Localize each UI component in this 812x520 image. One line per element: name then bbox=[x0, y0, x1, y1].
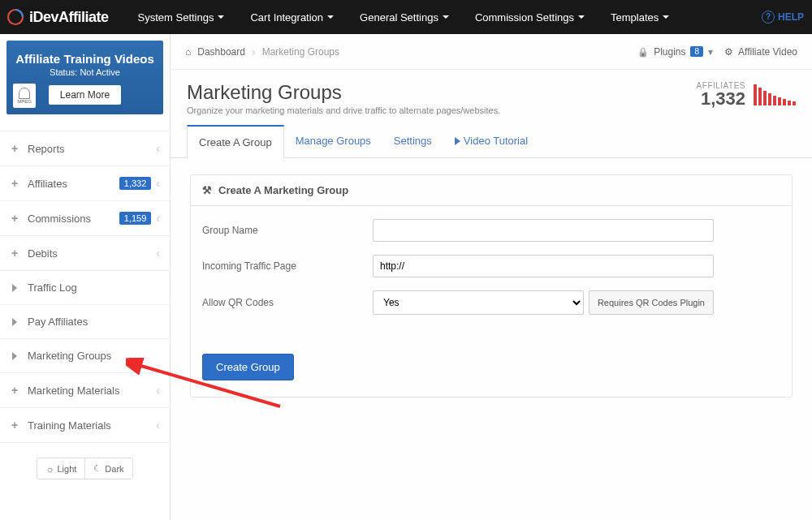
page-header: Marketing Groups Organize your marketing… bbox=[171, 70, 812, 125]
affiliates-count: 1,332 bbox=[701, 88, 745, 109]
traffic-page-label: Incoming Traffic Page bbox=[202, 260, 373, 272]
sidebar-item-affiliates[interactable]: Affiliates1,332‹ bbox=[0, 166, 170, 200]
traffic-page-input[interactable] bbox=[373, 255, 714, 277]
top-menu-general-settings[interactable]: General Settings bbox=[347, 0, 462, 34]
sitemap-icon: ⚒ bbox=[202, 184, 212, 196]
chevron-left-icon: ‹ bbox=[156, 384, 160, 397]
plus-icon bbox=[10, 385, 19, 395]
sidebar-item-reports[interactable]: Reports‹ bbox=[0, 131, 170, 165]
sidebar: MPEG Affiliate Training Videos Status: N… bbox=[0, 34, 171, 520]
plus-icon bbox=[10, 144, 19, 153]
chevron-left-icon: ‹ bbox=[156, 142, 160, 155]
create-group-button[interactable]: Create Group bbox=[202, 354, 294, 380]
plus-icon bbox=[10, 248, 19, 258]
promo-card: MPEG Affiliate Training Videos Status: N… bbox=[6, 41, 163, 114]
group-name-label: Group Name bbox=[202, 225, 373, 236]
breadcrumb-current: Marketing Groups bbox=[262, 46, 339, 58]
chevron-left-icon: ‹ bbox=[156, 177, 160, 190]
plus-icon bbox=[10, 178, 19, 188]
plugins-link[interactable]: Plugins 8 ▾ bbox=[637, 46, 713, 58]
chevron-left-icon: ‹ bbox=[156, 247, 160, 260]
moon-icon: ☾ bbox=[93, 463, 102, 474]
top-menu-commission-settings[interactable]: Commission Settings bbox=[462, 0, 598, 34]
tab-create-group[interactable]: Create A Group bbox=[187, 125, 284, 158]
play-icon bbox=[455, 135, 464, 147]
learn-more-button[interactable]: Learn More bbox=[49, 85, 121, 105]
group-name-input[interactable] bbox=[373, 219, 714, 242]
arrow-right-icon bbox=[10, 283, 19, 293]
chevron-left-icon: ‹ bbox=[156, 212, 160, 225]
caret-down-icon bbox=[663, 15, 669, 19]
top-menu-templates[interactable]: Templates bbox=[598, 0, 682, 34]
arrow-right-icon bbox=[10, 351, 19, 361]
sparkline-chart bbox=[754, 84, 796, 105]
mpeg-icon: MPEG bbox=[13, 84, 36, 108]
plugins-count-badge: 8 bbox=[690, 46, 703, 57]
top-menu-system-settings[interactable]: System Settings bbox=[125, 0, 238, 34]
tabs: Create A Group Manage Groups Settings Vi… bbox=[171, 125, 812, 158]
brand-name: iDevAffiliate bbox=[29, 9, 109, 26]
plus-icon bbox=[10, 420, 19, 430]
page-subtitle: Organize your marketing materials and dr… bbox=[187, 105, 500, 115]
theme-toggle: ☼Light ☾Dark bbox=[37, 458, 132, 479]
lock-icon bbox=[637, 46, 649, 58]
chevron-left-icon: ‹ bbox=[156, 419, 160, 432]
qr-codes-label: Allow QR Codes bbox=[202, 297, 373, 308]
brand-logo[interactable]: iDevAffiliate bbox=[6, 8, 109, 26]
qr-codes-select[interactable]: Yes bbox=[373, 290, 584, 315]
sidebar-item-training-materials[interactable]: Training Materials‹ bbox=[0, 408, 170, 442]
gear-icon bbox=[724, 46, 733, 58]
affiliate-video-link[interactable]: Affiliate Video bbox=[724, 46, 797, 58]
caret-down-icon bbox=[327, 15, 334, 19]
caret-down-icon bbox=[218, 15, 224, 19]
tab-settings[interactable]: Settings bbox=[382, 125, 443, 157]
logo-icon bbox=[6, 8, 24, 26]
top-menu: System Settings Cart Integration General… bbox=[125, 0, 762, 34]
sidebar-item-marketing-materials[interactable]: Marketing Materials‹ bbox=[0, 373, 170, 407]
create-group-panel: ⚒ Create A Marketing Group Group Name In… bbox=[190, 174, 793, 398]
page-title: Marketing Groups bbox=[187, 81, 500, 104]
theme-dark-button[interactable]: ☾Dark bbox=[84, 458, 132, 479]
top-menu-cart-integration[interactable]: Cart Integration bbox=[237, 0, 347, 34]
sidebar-item-traffic-log[interactable]: Traffic Log bbox=[0, 271, 170, 304]
sidebar-item-marketing-groups[interactable]: Marketing Groups bbox=[0, 339, 170, 372]
tab-manage-groups[interactable]: Manage Groups bbox=[284, 125, 382, 157]
sidebar-item-pay-affiliates[interactable]: Pay Affiliates bbox=[0, 305, 170, 338]
promo-title: Affiliate Training Videos bbox=[15, 52, 155, 66]
home-icon: ⌂ bbox=[185, 46, 191, 58]
tab-video-tutorial[interactable]: Video Tutorial bbox=[443, 125, 539, 157]
panel-heading: ⚒ Create A Marketing Group bbox=[191, 175, 792, 206]
arrow-right-icon bbox=[10, 317, 19, 327]
caret-down-icon bbox=[578, 15, 585, 19]
sidebar-item-debits[interactable]: Debits‹ bbox=[0, 236, 170, 270]
top-navbar: iDevAffiliate System Settings Cart Integ… bbox=[0, 0, 812, 34]
promo-status: Status: Not Active bbox=[15, 67, 155, 77]
help-link[interactable]: HELP bbox=[762, 11, 804, 24]
breadcrumb-bar: ⌂ Dashboard › Marketing Groups Plugins 8… bbox=[171, 34, 812, 70]
plus-icon bbox=[10, 213, 19, 223]
sidebar-item-commissions[interactable]: Commissions1,159‹ bbox=[0, 201, 170, 235]
requires-qr-plugin-button[interactable]: Requires QR Codes Plugin bbox=[589, 290, 714, 315]
sidebar-nav: Reports‹ Affiliates1,332‹ Commissions1,1… bbox=[0, 131, 170, 443]
badge: 1,332 bbox=[119, 177, 152, 190]
theme-light-button[interactable]: ☼Light bbox=[37, 458, 84, 479]
badge: 1,159 bbox=[119, 212, 152, 225]
breadcrumb-home[interactable]: Dashboard bbox=[197, 46, 245, 58]
caret-down-icon: ▾ bbox=[708, 46, 713, 58]
main-content: ⌂ Dashboard › Marketing Groups Plugins 8… bbox=[171, 34, 812, 520]
sun-icon: ☼ bbox=[45, 464, 54, 474]
caret-down-icon bbox=[443, 15, 449, 19]
